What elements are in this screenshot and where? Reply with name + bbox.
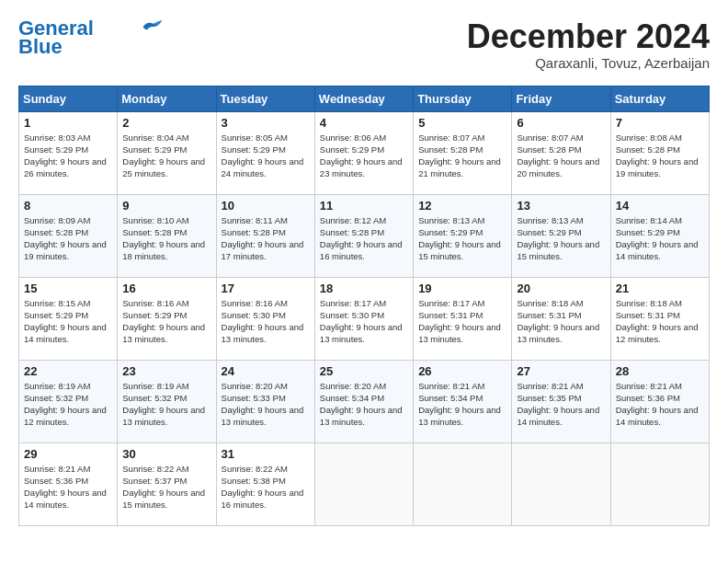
table-row bbox=[414, 442, 512, 525]
logo-bird-icon bbox=[142, 19, 164, 34]
table-row bbox=[610, 442, 709, 525]
col-saturday: Saturday bbox=[610, 86, 709, 111]
table-row: 30 Sunrise: 8:22 AMSunset: 5:37 PMDaylig… bbox=[118, 442, 216, 525]
calendar-week-4: 29 Sunrise: 8:21 AMSunset: 5:36 PMDaylig… bbox=[19, 442, 710, 525]
table-row: 12 Sunrise: 8:13 AMSunset: 5:29 PMDaylig… bbox=[414, 194, 512, 277]
table-row: 8 Sunrise: 8:09 AMSunset: 5:28 PMDayligh… bbox=[19, 194, 118, 277]
table-row: 5 Sunrise: 8:07 AMSunset: 5:28 PMDayligh… bbox=[414, 111, 512, 194]
table-row: 18 Sunrise: 8:17 AMSunset: 5:30 PMDaylig… bbox=[314, 277, 413, 360]
table-row: 1 Sunrise: 8:03 AMSunset: 5:29 PMDayligh… bbox=[19, 111, 118, 194]
calendar-week-1: 8 Sunrise: 8:09 AMSunset: 5:28 PMDayligh… bbox=[19, 194, 710, 277]
table-row: 23 Sunrise: 8:19 AMSunset: 5:32 PMDaylig… bbox=[118, 360, 216, 442]
table-row: 4 Sunrise: 8:06 AMSunset: 5:29 PMDayligh… bbox=[314, 111, 413, 194]
col-monday: Monday bbox=[118, 86, 216, 111]
page-header: General Blue December 2024 Qaraxanli, To… bbox=[18, 18, 710, 71]
table-row: 28 Sunrise: 8:21 AMSunset: 5:36 PMDaylig… bbox=[610, 360, 709, 442]
logo-text-blue: Blue bbox=[18, 37, 63, 57]
calendar-table: Sunday Monday Tuesday Wednesday Thursday… bbox=[18, 86, 710, 526]
calendar-header-row: Sunday Monday Tuesday Wednesday Thursday… bbox=[19, 86, 710, 111]
table-row: 19 Sunrise: 8:17 AMSunset: 5:31 PMDaylig… bbox=[414, 277, 512, 360]
title-section: December 2024 Qaraxanli, Tovuz, Azerbaij… bbox=[467, 18, 710, 71]
col-wednesday: Wednesday bbox=[314, 86, 413, 111]
table-row: 3 Sunrise: 8:05 AMSunset: 5:29 PMDayligh… bbox=[216, 111, 314, 194]
col-friday: Friday bbox=[512, 86, 610, 111]
table-row: 2 Sunrise: 8:04 AMSunset: 5:29 PMDayligh… bbox=[118, 111, 216, 194]
table-row: 24 Sunrise: 8:20 AMSunset: 5:33 PMDaylig… bbox=[216, 360, 314, 442]
table-row: 25 Sunrise: 8:20 AMSunset: 5:34 PMDaylig… bbox=[314, 360, 413, 442]
table-row: 16 Sunrise: 8:16 AMSunset: 5:29 PMDaylig… bbox=[118, 277, 216, 360]
calendar-week-0: 1 Sunrise: 8:03 AMSunset: 5:29 PMDayligh… bbox=[19, 111, 710, 194]
table-row: 13 Sunrise: 8:13 AMSunset: 5:29 PMDaylig… bbox=[512, 194, 610, 277]
table-row: 17 Sunrise: 8:16 AMSunset: 5:30 PMDaylig… bbox=[216, 277, 314, 360]
table-row: 31 Sunrise: 8:22 AMSunset: 5:38 PMDaylig… bbox=[216, 442, 314, 525]
logo: General Blue bbox=[18, 18, 164, 57]
table-row: 22 Sunrise: 8:19 AMSunset: 5:32 PMDaylig… bbox=[19, 360, 118, 442]
table-row: 7 Sunrise: 8:08 AMSunset: 5:28 PMDayligh… bbox=[610, 111, 709, 194]
table-row: 9 Sunrise: 8:10 AMSunset: 5:28 PMDayligh… bbox=[118, 194, 216, 277]
table-row bbox=[314, 442, 413, 525]
table-row: 29 Sunrise: 8:21 AMSunset: 5:36 PMDaylig… bbox=[19, 442, 118, 525]
table-row: 6 Sunrise: 8:07 AMSunset: 5:28 PMDayligh… bbox=[512, 111, 610, 194]
table-row: 14 Sunrise: 8:14 AMSunset: 5:29 PMDaylig… bbox=[610, 194, 709, 277]
calendar-week-2: 15 Sunrise: 8:15 AMSunset: 5:29 PMDaylig… bbox=[19, 277, 710, 360]
table-row: 27 Sunrise: 8:21 AMSunset: 5:35 PMDaylig… bbox=[512, 360, 610, 442]
col-tuesday: Tuesday bbox=[216, 86, 314, 111]
table-row: 11 Sunrise: 8:12 AMSunset: 5:28 PMDaylig… bbox=[314, 194, 413, 277]
col-sunday: Sunday bbox=[19, 86, 118, 111]
table-row: 15 Sunrise: 8:15 AMSunset: 5:29 PMDaylig… bbox=[19, 277, 118, 360]
table-row: 26 Sunrise: 8:21 AMSunset: 5:34 PMDaylig… bbox=[414, 360, 512, 442]
calendar-week-3: 22 Sunrise: 8:19 AMSunset: 5:32 PMDaylig… bbox=[19, 360, 710, 442]
table-row: 10 Sunrise: 8:11 AMSunset: 5:28 PMDaylig… bbox=[216, 194, 314, 277]
page-title: December 2024 bbox=[467, 18, 710, 55]
table-row bbox=[512, 442, 610, 525]
page-subtitle: Qaraxanli, Tovuz, Azerbaijan bbox=[467, 55, 710, 71]
col-thursday: Thursday bbox=[414, 86, 512, 111]
table-row: 21 Sunrise: 8:18 AMSunset: 5:31 PMDaylig… bbox=[610, 277, 709, 360]
table-row: 20 Sunrise: 8:18 AMSunset: 5:31 PMDaylig… bbox=[512, 277, 610, 360]
